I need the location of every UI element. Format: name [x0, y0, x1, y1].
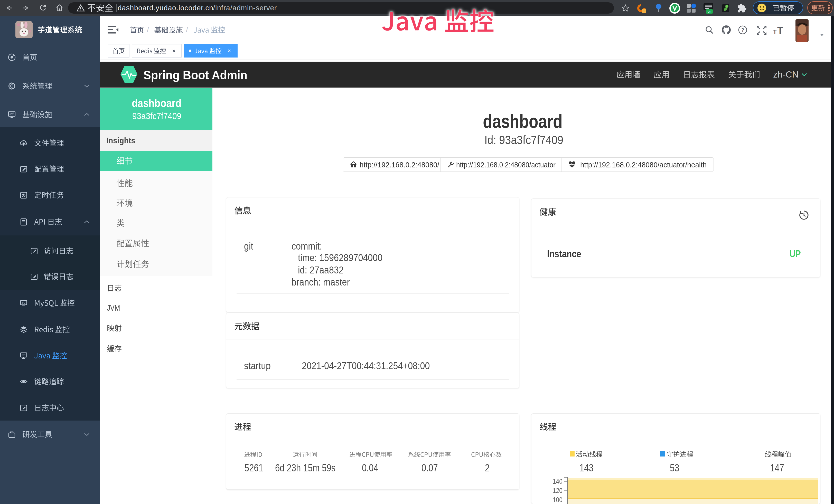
svg-text:T: T	[777, 25, 783, 35]
svg-text:T: T	[773, 28, 777, 35]
svg-text:on: on	[708, 10, 711, 13]
svg-text:1: 1	[643, 9, 645, 13]
svg-text:?: ?	[741, 27, 744, 32]
